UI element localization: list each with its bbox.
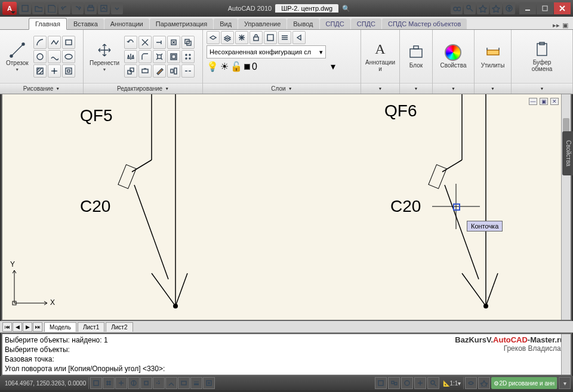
sheet-model[interactable]: Модель (44, 322, 76, 332)
copy-icon[interactable] (181, 36, 195, 49)
tab-manage[interactable]: Управление (238, 18, 286, 29)
tab-spds2[interactable]: СПДС (351, 18, 381, 29)
polyline-icon[interactable] (48, 36, 61, 49)
ribbon-expand-icon[interactable]: ▣ (562, 21, 568, 29)
qat-more-icon[interactable] (111, 2, 123, 14)
block-button[interactable]: Блок (405, 43, 427, 70)
close-button[interactable] (554, 2, 571, 14)
offset-icon[interactable] (167, 50, 180, 63)
tab-param[interactable]: Параметризация (150, 18, 213, 29)
move-button[interactable]: Перенести ▼ (87, 41, 122, 73)
vp-minimize-icon[interactable]: — (529, 98, 537, 105)
drawing-canvas[interactable]: QF5 QF6 C20 C20 Y X Конточка — ▣ ✕ (1, 94, 572, 321)
layer-match-icon[interactable] (278, 31, 291, 44)
zoom-icon[interactable] (427, 377, 439, 389)
ribbon-overflow-icon[interactable]: ▸▸ (553, 21, 560, 29)
binoculars-icon[interactable] (451, 2, 463, 14)
point-icon[interactable] (48, 64, 61, 78)
tab-output[interactable]: Вывод (287, 18, 319, 29)
panel-draw-title[interactable]: Рисование▼ (0, 83, 83, 94)
cmd-scrollbar[interactable] (561, 334, 571, 375)
anno-scale[interactable]: 📐 1:1 ▾ (440, 377, 464, 389)
tab-spds1[interactable]: СПДС (320, 18, 350, 29)
vp-restore-icon[interactable]: ▣ (540, 98, 548, 105)
star-icon[interactable] (477, 2, 489, 14)
rotate-icon[interactable] (124, 36, 137, 49)
polar-icon[interactable] (128, 377, 140, 389)
grid-icon[interactable] (103, 377, 115, 389)
sheet-prev-icon[interactable]: ◀ (13, 322, 22, 332)
otrack-icon[interactable] (153, 377, 165, 389)
qat-open-icon[interactable] (32, 2, 44, 14)
layer-state-combo[interactable]: Несохраненная конфигурация сл▾ (207, 45, 326, 58)
workspace-combo[interactable]: ⚙ 2D рисование и анн (491, 377, 557, 389)
stretch-icon[interactable] (138, 64, 152, 78)
qat-print-icon[interactable] (85, 2, 97, 14)
layer-prop-icon[interactable] (207, 31, 220, 44)
text-button[interactable]: A Аннотациии (363, 40, 398, 73)
align-icon[interactable] (167, 64, 180, 78)
panel-layers-title[interactable]: Слои▼ (203, 83, 361, 94)
tab-spds3[interactable]: СПДС Мастер объектов (382, 18, 467, 29)
explode-icon[interactable] (153, 50, 166, 63)
hatch-icon[interactable] (33, 64, 47, 78)
status-tray-icon[interactable]: ▾ (559, 377, 571, 389)
spline-icon[interactable] (48, 50, 61, 63)
canvas-scrollbar-v[interactable] (561, 94, 571, 320)
layer-lock-icon[interactable] (249, 31, 263, 44)
rect-icon[interactable] (62, 36, 75, 49)
pan-icon[interactable] (414, 377, 426, 389)
snap-icon[interactable] (90, 377, 102, 389)
minimize-button[interactable] (519, 2, 536, 14)
qat-new-icon[interactable] (19, 2, 31, 14)
panel-props-title[interactable]: ▼ (433, 83, 474, 94)
qat-undo-icon[interactable] (58, 2, 70, 14)
break-icon[interactable] (181, 64, 195, 78)
clipboard-button[interactable]: Буферобмена (529, 40, 555, 73)
sheet-first-icon[interactable]: ⏮ (2, 322, 12, 332)
ellipse-icon[interactable] (62, 50, 75, 63)
layer-current-row[interactable]: 💡 ☀ 🔓 0 ▾ (207, 61, 335, 72)
trim-icon[interactable] (138, 36, 152, 49)
osnap-icon[interactable] (140, 377, 152, 389)
props-button[interactable]: Свойства (438, 43, 469, 70)
util-button[interactable]: Утилиты (479, 43, 507, 70)
anno-vis-icon[interactable] (465, 377, 477, 389)
tab-annot[interactable]: Аннотации (104, 18, 149, 29)
qat-plot-icon[interactable] (98, 2, 110, 14)
array-icon[interactable] (181, 50, 195, 63)
layer-prev-icon[interactable] (292, 31, 306, 44)
qat-save-icon[interactable] (45, 2, 57, 14)
ducs-icon[interactable] (165, 377, 177, 389)
brush-icon[interactable] (153, 64, 166, 78)
properties-palette-tab[interactable]: Свойства (562, 131, 573, 175)
arc-icon[interactable] (33, 36, 47, 49)
line-button[interactable]: Отрезок ▼ (4, 41, 31, 73)
mirror-icon[interactable] (124, 50, 137, 63)
app-menu-button[interactable]: A (2, 2, 17, 15)
ortho-icon[interactable] (115, 377, 127, 389)
panel-util-title[interactable]: ▼ (475, 83, 511, 94)
nav-icon[interactable] (401, 377, 413, 389)
sheet-list2[interactable]: Лист2 (106, 322, 133, 332)
layer-iso-icon[interactable] (264, 31, 277, 44)
key-icon[interactable] (464, 2, 476, 14)
tab-main[interactable]: Главная (29, 18, 67, 30)
region-icon[interactable] (62, 64, 75, 78)
panel-modify-title[interactable]: Редактирование▼ (84, 83, 202, 94)
fillet-icon[interactable] (138, 50, 152, 63)
panel-annot-title[interactable]: ▼ (361, 83, 399, 94)
extend-icon[interactable] (153, 36, 166, 49)
tab-insert[interactable]: Вставка (67, 18, 104, 29)
file-tab[interactable]: ШР-2. центр.dwg (275, 4, 338, 13)
help-icon[interactable]: ? (503, 2, 515, 14)
qp-icon[interactable] (203, 377, 215, 389)
sheet-list1[interactable]: Лист1 (78, 322, 104, 332)
erase-icon[interactable] (167, 36, 180, 49)
vp-close-icon[interactable]: ✕ (550, 98, 559, 105)
anno-auto-icon[interactable] (478, 377, 490, 389)
star2-icon[interactable] (490, 2, 502, 14)
panel-block-title[interactable]: ▼ (400, 83, 432, 94)
sheet-next-icon[interactable]: ▶ (23, 322, 32, 332)
layer-freeze-icon[interactable] (235, 31, 248, 44)
